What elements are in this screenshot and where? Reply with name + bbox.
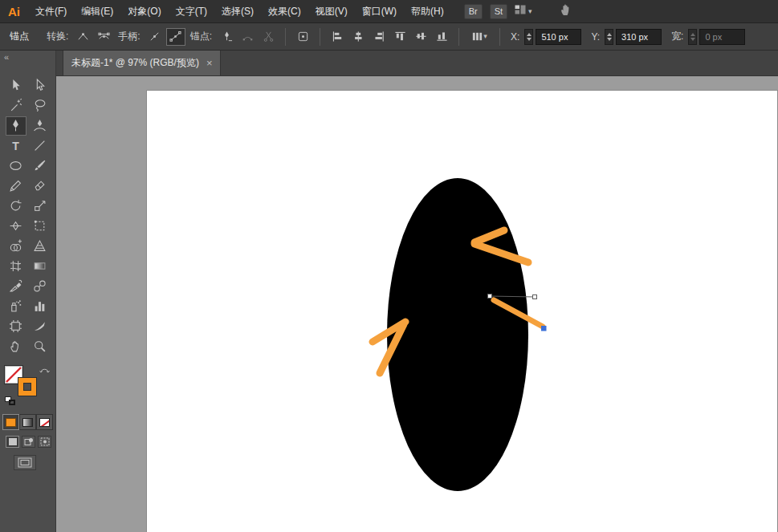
convert-to-corner-button[interactable]	[73, 28, 92, 46]
workspace-switcher[interactable]: ▾	[515, 4, 532, 18]
mesh-tool[interactable]	[6, 257, 26, 276]
document-tab[interactable]: 未标题-1* @ 97% (RGB/预览) ×	[63, 51, 221, 75]
align-right-button[interactable]	[369, 28, 389, 46]
canvas-area[interactable]	[56, 76, 778, 532]
none-button[interactable]	[36, 414, 53, 430]
ellipse-icon	[9, 159, 22, 173]
bridge-button[interactable]: Br	[464, 4, 483, 19]
hand-tool[interactable]	[6, 337, 26, 356]
shape-builder-tool[interactable]	[6, 237, 26, 256]
rotate-icon	[9, 199, 22, 213]
free-transform-tool[interactable]	[30, 217, 51, 236]
color-fill-icon	[6, 418, 16, 427]
app-bar-buttons: Br St ▾	[464, 2, 573, 20]
default-fill-stroke-icon[interactable]	[5, 396, 16, 406]
gradient-button[interactable]	[19, 414, 36, 430]
type-tool[interactable]: T	[6, 136, 26, 156]
menu-object[interactable]: 对象(O)	[120, 0, 168, 23]
menu-edit[interactable]: 编辑(E)	[74, 0, 120, 23]
menu-file[interactable]: 文件(F)	[28, 0, 74, 23]
distribute-spacing-button[interactable]: ▾	[466, 28, 492, 46]
mesh-icon	[9, 259, 22, 273]
paintbrush-tool[interactable]	[30, 156, 51, 176]
main-area: « T	[0, 51, 778, 532]
symbol-sprayer-tool[interactable]	[6, 297, 26, 316]
pencil-tool[interactable]	[6, 177, 26, 196]
menu-type[interactable]: 文字(T)	[169, 0, 214, 23]
artboard-tool[interactable]	[6, 317, 26, 336]
line-segment-tool[interactable]	[30, 136, 51, 156]
draw-behind-icon	[24, 437, 34, 446]
slice-tool[interactable]	[30, 317, 51, 336]
selection-tool[interactable]	[6, 76, 26, 95]
lasso-tool[interactable]	[30, 96, 51, 116]
screen-mode-button[interactable]	[14, 455, 36, 470]
draw-normal-button[interactable]	[6, 436, 19, 448]
draw-behind-button[interactable]	[22, 436, 35, 448]
isolate-object-button[interactable]	[293, 28, 312, 46]
chevron-down-icon: ▾	[483, 33, 487, 40]
selected-anchor-point[interactable]	[541, 326, 547, 331]
menu-effect[interactable]: 效果(C)	[261, 0, 308, 23]
eyedropper-tool[interactable]	[6, 277, 26, 296]
x-input[interactable]: 510 px	[536, 29, 581, 45]
menu-window[interactable]: 窗口(W)	[355, 0, 404, 23]
collapse-panel-icon[interactable]: «	[0, 51, 55, 62]
cut-path-button[interactable]	[259, 28, 278, 46]
menu-select[interactable]: 选择(S)	[214, 0, 261, 23]
connect-endpoints-button[interactable]	[238, 28, 257, 46]
black-ellipse-shape[interactable]	[387, 178, 528, 491]
show-handles-button[interactable]	[166, 28, 185, 46]
canvas-scene	[56, 76, 778, 532]
y-stepper[interactable]	[605, 29, 613, 45]
menu-view[interactable]: 视图(V)	[308, 0, 355, 23]
stroke-swatch[interactable]	[18, 378, 36, 396]
symbol-sprayer-icon	[9, 299, 22, 313]
width-tool[interactable]	[6, 217, 26, 236]
width-input[interactable]: 0 px	[699, 29, 745, 45]
magic-wand-tool[interactable]	[6, 96, 26, 116]
width-label: 宽:	[671, 30, 683, 43]
width-stepper[interactable]	[688, 29, 697, 45]
perspective-grid-tool[interactable]	[30, 237, 51, 256]
swap-fill-stroke-icon[interactable]	[39, 365, 51, 376]
remove-anchor-button[interactable]	[217, 28, 236, 46]
separator	[320, 28, 320, 46]
ellipse-tool[interactable]	[6, 156, 26, 176]
rotate-tool[interactable]	[6, 197, 26, 216]
slice-icon	[33, 319, 47, 333]
align-bottom-button[interactable]	[432, 28, 451, 46]
pen-tool[interactable]	[6, 116, 26, 136]
align-middle-vertical-button[interactable]	[411, 28, 430, 46]
x-label: X:	[511, 31, 519, 43]
scale-tool[interactable]	[30, 197, 51, 216]
control-bar: 锚点 转换: 手柄: 锚点:	[0, 23, 778, 51]
handle-grip-left[interactable]	[488, 294, 492, 298]
draw-normal-icon	[8, 437, 18, 446]
y-input[interactable]: 310 px	[616, 29, 662, 45]
hand-icon[interactable]	[559, 2, 573, 20]
shape-builder-icon	[9, 239, 22, 253]
curvature-tool[interactable]	[30, 116, 51, 136]
align-left-button[interactable]	[328, 28, 347, 46]
handle-grip-right[interactable]	[533, 295, 537, 299]
convert-to-smooth-button[interactable]	[94, 28, 113, 46]
hide-handles-button[interactable]	[145, 28, 165, 46]
draw-inside-button[interactable]	[38, 436, 51, 448]
direct-selection-tool[interactable]	[30, 76, 51, 95]
x-stepper[interactable]	[524, 29, 533, 45]
close-icon[interactable]: ×	[206, 58, 213, 68]
color-button[interactable]	[2, 414, 19, 430]
column-graph-tool[interactable]	[30, 297, 51, 316]
zoom-tool[interactable]	[30, 337, 51, 356]
stock-button[interactable]: St	[490, 4, 507, 19]
gradient-tool[interactable]	[30, 257, 51, 276]
tools-panel: « T	[0, 51, 56, 532]
type-icon: T	[12, 140, 19, 152]
menu-help[interactable]: 帮助(H)	[404, 0, 451, 23]
paintbrush-icon	[33, 159, 47, 173]
eraser-tool[interactable]	[30, 177, 51, 196]
blend-tool[interactable]	[30, 277, 51, 296]
align-center-horizontal-button[interactable]	[348, 28, 368, 46]
align-top-button[interactable]	[390, 28, 409, 46]
